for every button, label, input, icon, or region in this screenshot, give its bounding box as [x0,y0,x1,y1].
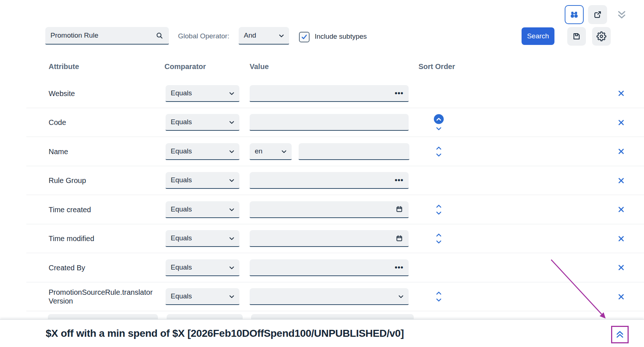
close-icon [617,293,625,301]
global-operator-value: And [244,31,256,39]
filter-row-code: Code Equals [0,108,644,137]
sort-ascending-button[interactable] [436,291,442,295]
chevron-down-icon [436,153,442,157]
comparator-select[interactable]: Equals [166,114,239,131]
column-header-sort-order: Sort Order [418,62,455,71]
sort-descending-button[interactable] [436,153,442,157]
filter-row-rule-group: Rule Group Equals ••• [0,166,644,195]
sort-ascending-button[interactable] [436,204,442,208]
filter-row-time-modified: Time modified Equals [0,224,644,253]
remove-row-button[interactable] [615,232,627,245]
check-icon [301,34,308,41]
remove-row-button[interactable] [615,262,627,274]
include-subtypes-label: Include subtypes [315,33,367,41]
filter-row-translator-version: PromotionSourceRule.translator Version E… [0,282,644,312]
comparator-select[interactable]: Equals [166,85,239,102]
sort-descending-button[interactable] [436,240,442,244]
comparator-select[interactable]: Equals [166,201,239,218]
chevron-down-icon [229,176,234,184]
reference-picker-icon[interactable]: ••• [395,264,404,271]
binoculars-button[interactable] [565,5,584,24]
chevron-down-icon [229,118,234,126]
chevron-up-icon [436,146,442,150]
sort-descending-button[interactable] [436,127,442,131]
calendar-icon[interactable] [395,234,404,243]
close-icon [617,206,625,213]
value-input[interactable]: ••• [250,85,409,102]
comparator-select[interactable]: Equals [166,172,239,189]
attribute-label: Code [49,118,155,127]
close-icon [617,148,625,155]
global-operator-select[interactable]: And [239,27,289,45]
reference-picker-icon[interactable]: ••• [395,89,404,97]
value-input[interactable] [250,230,409,247]
value-dropdown[interactable] [250,288,409,305]
chevron-down-icon [229,205,234,213]
reference-picker-icon[interactable]: ••• [395,176,404,184]
attribute-label: PromotionSourceRule.translator Version [49,288,155,305]
double-chevron-down-icon[interactable] [615,9,628,22]
binoculars-icon [569,10,579,19]
attribute-label: Time modified [49,234,155,243]
type-search-field[interactable] [45,27,169,45]
comparator-select[interactable]: Equals [166,259,239,276]
magnifier-icon[interactable] [155,31,164,40]
filter-row-website: Website Equals ••• [0,79,644,108]
close-icon [617,89,625,97]
remove-row-button[interactable] [615,290,627,303]
close-icon [617,235,625,243]
sort-ascending-button[interactable] [436,233,442,237]
chevron-up-icon [436,233,442,237]
close-icon [617,119,625,126]
save-icon [572,31,582,41]
remove-row-button[interactable] [615,145,627,158]
comparator-select[interactable]: Equals [166,143,239,160]
include-subtypes-checkbox[interactable] [299,32,310,42]
chevron-up-icon [436,117,442,121]
sort-descending-button[interactable] [436,211,442,215]
attribute-label: Name [49,147,155,156]
chevron-down-icon [436,298,442,302]
chevron-up-icon [436,291,442,295]
remove-row-button[interactable] [615,116,627,129]
column-header-attribute: Attribute [49,62,79,71]
filter-row-name: Name Equals en [0,137,644,166]
remove-row-button[interactable] [615,203,627,216]
search-button[interactable]: Search [522,27,554,45]
share-button[interactable] [588,5,607,24]
chevron-down-icon [398,292,404,300]
chevron-down-icon [279,31,284,39]
search-input[interactable] [50,31,145,39]
column-header-value: Value [250,62,269,71]
value-input[interactable] [250,201,409,218]
settings-button[interactable] [592,27,611,46]
close-icon [617,177,625,184]
chevron-down-icon [229,292,234,300]
comparator-select[interactable]: Equals [166,288,239,305]
value-input[interactable] [250,114,409,131]
filter-rows: Website Equals ••• Code Equals [0,79,644,311]
remove-row-button[interactable] [615,174,627,187]
attribute-label: Rule Group [49,176,155,185]
sort-ascending-button[interactable] [436,146,442,150]
comparator-select[interactable]: Equals [166,230,239,247]
save-button[interactable] [567,27,586,46]
sort-descending-button[interactable] [436,298,442,302]
sort-ascending-active-button[interactable] [434,114,444,124]
promotion-footer-bar: $X off with a min spend of $X [2026Feb10… [0,319,644,347]
attribute-label: Created By [49,263,155,272]
expand-panel-button[interactable] [611,326,629,343]
value-input[interactable]: ••• [250,172,409,189]
calendar-icon[interactable] [395,205,404,213]
chevron-down-icon [229,263,234,271]
advanced-search-page: Global Operator: And Include subtypes Se… [0,0,644,347]
language-select[interactable]: en [250,143,292,160]
global-operator-label: Global Operator: [178,32,229,40]
remove-row-button[interactable] [615,87,627,100]
chevron-down-icon [229,147,234,155]
double-chevron-up-icon [615,330,625,339]
value-input[interactable]: ••• [250,259,409,276]
close-icon [617,264,625,271]
promotion-title: $X off with a min spend of $X [2026Feb10… [46,328,404,339]
value-input[interactable] [299,143,409,160]
